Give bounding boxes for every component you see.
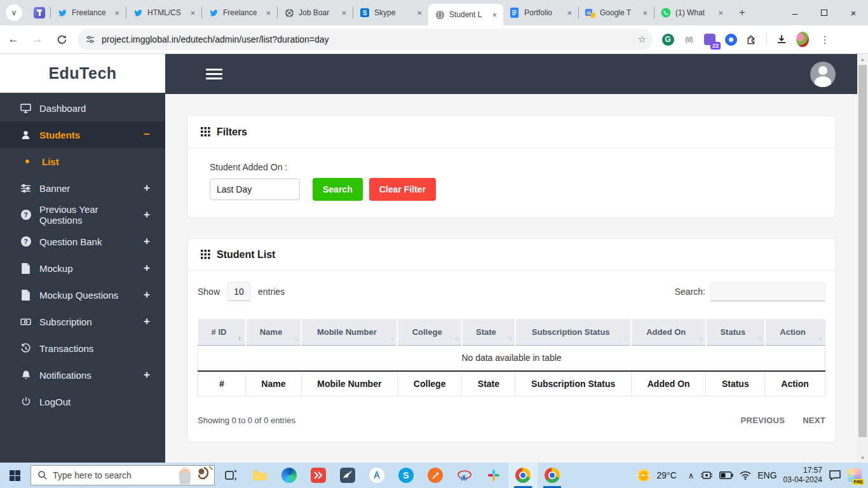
notification-center-icon[interactable] xyxy=(829,470,841,481)
snipping-tool-button[interactable] xyxy=(450,463,479,488)
collapse-icon[interactable]: − xyxy=(144,128,150,141)
pinned-tab-teams[interactable] xyxy=(29,2,50,24)
profile-avatar[interactable] xyxy=(796,33,809,46)
sidebar-item-banner[interactable]: Banner + xyxy=(0,175,165,201)
scroll-up-icon[interactable]: ▲ xyxy=(857,54,868,64)
column-header-subscription[interactable]: Subscription Status↑↓ xyxy=(515,319,632,345)
tab-google-translate[interactable]: G Google T × xyxy=(579,0,654,25)
sidebar-item-subscription[interactable]: Subscription + xyxy=(0,308,165,335)
sidebar-item-previous-year-questions[interactable]: ? Previous Year Questions + xyxy=(0,201,165,228)
edge-button[interactable] xyxy=(275,463,304,488)
expand-icon[interactable]: + xyxy=(144,235,150,248)
taskbar-search[interactable] xyxy=(31,465,215,485)
sidebar-item-mockup-questions[interactable]: Mockup Questions + xyxy=(0,281,165,308)
expand-icon[interactable]: + xyxy=(144,208,150,221)
minimize-button[interactable]: – xyxy=(780,0,810,25)
clock[interactable]: 17:57 03-04-2024 xyxy=(783,466,822,485)
compass-app-button[interactable] xyxy=(362,463,391,488)
column-header-status[interactable]: Status↑↓ xyxy=(706,319,765,345)
extensions-puzzle-icon[interactable] xyxy=(745,33,758,46)
search-button[interactable]: Search xyxy=(313,178,363,201)
column-header-added-on[interactable]: Added On↑↓ xyxy=(631,319,705,345)
hamburger-menu-icon[interactable] xyxy=(206,66,222,82)
user-avatar[interactable] xyxy=(810,62,836,87)
wave-extension-icon[interactable]: (\//) xyxy=(682,33,695,46)
task-view-button[interactable] xyxy=(216,463,245,488)
tab-close-icon[interactable]: × xyxy=(566,8,573,18)
scroll-down-icon[interactable]: ▼ xyxy=(857,452,868,463)
downloads-icon[interactable] xyxy=(775,33,788,46)
clear-filter-button[interactable]: Clear Filter xyxy=(369,178,436,201)
blue-extension-icon[interactable] xyxy=(724,33,737,46)
sidebar-item-dashboard[interactable]: Dashboard xyxy=(0,95,165,121)
column-header-state[interactable]: State↑↓ xyxy=(462,319,515,345)
tab-close-icon[interactable]: × xyxy=(717,8,724,18)
student-added-on-input[interactable] xyxy=(210,179,300,200)
close-button[interactable]: × xyxy=(839,0,868,25)
mysql-workbench-button[interactable] xyxy=(333,463,362,488)
column-header-college[interactable]: College↑↓ xyxy=(397,319,462,345)
column-header-id[interactable]: # ID↑↓ xyxy=(198,319,246,345)
tab-htmlcss[interactable]: HTML/CS × xyxy=(126,0,201,25)
sidebar-item-question-bank[interactable]: ? Question Bank + xyxy=(0,228,165,255)
reload-button[interactable] xyxy=(51,29,72,50)
temperature[interactable]: 29°C xyxy=(656,470,676,480)
column-header-mobile[interactable]: Mobile Number↑↓ xyxy=(301,319,397,345)
tab-close-icon[interactable]: × xyxy=(641,8,649,18)
chrome-window-1-button[interactable] xyxy=(508,463,538,488)
wifi-icon[interactable] xyxy=(740,471,751,480)
chrome-window-2-button[interactable] xyxy=(538,463,567,488)
restore-button[interactable] xyxy=(810,0,839,25)
language-indicator[interactable]: ENG xyxy=(757,470,776,480)
skype-button[interactable]: S xyxy=(391,463,421,488)
tray-chevron-icon[interactable]: ∧ xyxy=(688,471,695,480)
sidebar-item-students-list[interactable]: List xyxy=(0,148,165,175)
expand-icon[interactable]: + xyxy=(144,369,150,381)
column-header-name[interactable]: Name↑↓ xyxy=(246,319,302,345)
sidebar-item-students[interactable]: Students − xyxy=(0,121,165,148)
cast-icon[interactable] xyxy=(700,470,713,480)
sidebar-item-logout[interactable]: LogOut xyxy=(0,388,165,415)
copilot-icon[interactable]: PRE xyxy=(848,468,862,482)
tab-search-button[interactable]: ∨ xyxy=(6,4,22,21)
expand-icon[interactable]: + xyxy=(144,288,150,301)
file-explorer-button[interactable] xyxy=(245,463,275,488)
sidebar-item-mockup[interactable]: Mockup + xyxy=(0,255,165,281)
tab-close-icon[interactable]: × xyxy=(113,8,121,18)
tab-close-icon[interactable]: × xyxy=(416,8,423,18)
scrollbar-thumb[interactable] xyxy=(858,65,867,437)
browser-menu-icon[interactable]: ⋮ xyxy=(817,34,837,46)
bookmark-star-icon[interactable]: ☆ xyxy=(638,34,646,45)
tab-skype[interactable]: S Skype × xyxy=(353,0,428,25)
sidebar-item-transactions[interactable]: Transactions xyxy=(0,335,165,362)
sidebar-item-notifications[interactable]: Notifications + xyxy=(0,362,165,388)
previous-button[interactable]: PREVIOUS xyxy=(741,416,785,425)
tab-close-icon[interactable]: × xyxy=(264,8,272,18)
tab-jobboard[interactable]: Job Boar × xyxy=(278,0,353,25)
forward-button[interactable]: → xyxy=(27,29,48,50)
purple-extension-icon[interactable]: 22 xyxy=(703,33,716,46)
page-scrollbar[interactable]: ▲ ▼ xyxy=(857,54,868,463)
expand-icon[interactable]: + xyxy=(144,262,150,274)
postman-button[interactable] xyxy=(421,463,450,488)
tab-close-icon[interactable]: × xyxy=(491,10,498,20)
tab-freelance-1[interactable]: Freelance × xyxy=(51,0,126,25)
start-button[interactable] xyxy=(0,463,29,488)
grammarly-extension-icon[interactable]: G xyxy=(661,33,674,46)
red-app-button[interactable] xyxy=(304,463,333,488)
expand-icon[interactable]: + xyxy=(144,315,150,328)
expand-icon[interactable]: + xyxy=(144,182,150,194)
tab-freelance-2[interactable]: Freelance × xyxy=(202,0,277,25)
tab-close-icon[interactable]: × xyxy=(189,8,196,18)
omnibox[interactable]: project.imgglobal.in/edutech/admin/user/… xyxy=(78,29,653,50)
table-search-input[interactable] xyxy=(710,282,825,301)
back-button[interactable]: ← xyxy=(3,29,24,50)
site-settings-icon[interactable] xyxy=(85,34,95,44)
slack-button[interactable] xyxy=(479,463,508,488)
tab-student-list-active[interactable]: Student L × xyxy=(428,4,503,25)
next-button[interactable]: NEXT xyxy=(803,416,825,425)
tab-close-icon[interactable]: × xyxy=(340,8,348,18)
tab-whatsapp[interactable]: (1) What × xyxy=(654,0,729,25)
battery-icon[interactable] xyxy=(719,471,733,479)
page-size-input[interactable] xyxy=(227,282,250,301)
